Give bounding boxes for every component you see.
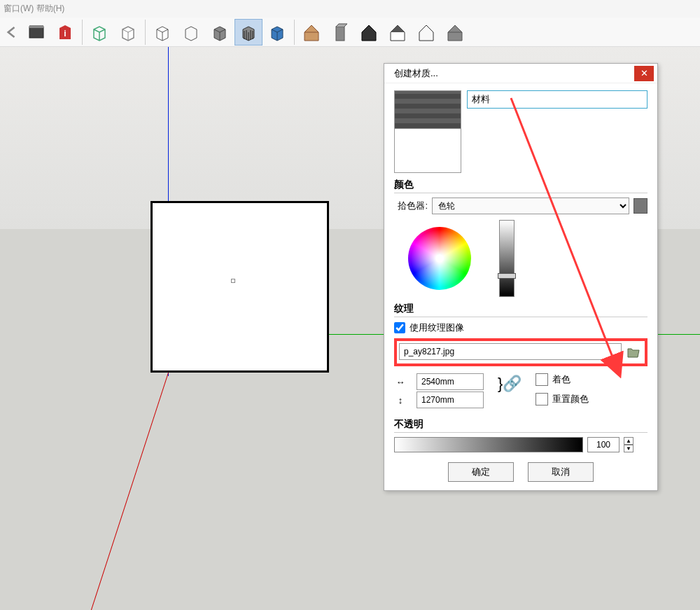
material-name-input[interactable] xyxy=(467,90,648,109)
use-texture-checkbox[interactable] xyxy=(394,322,405,333)
texture-section-header: 纹理 xyxy=(394,303,648,317)
model-face[interactable] xyxy=(150,201,329,373)
width-icon: ↔ xyxy=(394,377,407,387)
box-stripe-icon[interactable] xyxy=(234,19,262,46)
house-color-icon[interactable] xyxy=(298,19,326,46)
box3-icon[interactable] xyxy=(206,19,234,46)
texture-file-input[interactable] xyxy=(399,343,622,360)
info-icon[interactable]: i xyxy=(51,19,79,46)
close-button[interactable]: ✕ xyxy=(634,66,654,81)
dialog-title: 创建材质... xyxy=(394,67,438,80)
house-roof-icon[interactable] xyxy=(384,19,412,46)
material-preview xyxy=(394,90,461,173)
menu-text[interactable]: 窗口(W) 帮助(H) xyxy=(4,3,64,15)
opacity-slider[interactable] xyxy=(394,437,583,452)
texture-file-row xyxy=(394,338,648,366)
menu-bar: 窗口(W) 帮助(H) xyxy=(0,0,700,18)
link-dims-icon[interactable]: }🔗 xyxy=(498,372,522,393)
box2-icon[interactable] xyxy=(177,19,205,46)
svg-rect-1 xyxy=(29,25,43,28)
cube-open-icon[interactable] xyxy=(114,19,142,46)
svg-text:i: i xyxy=(64,29,66,39)
box1-icon[interactable] xyxy=(148,19,176,46)
browse-button[interactable] xyxy=(624,343,643,361)
height-icon: ↕ xyxy=(394,395,407,405)
house-flat-icon[interactable] xyxy=(441,19,469,46)
opacity-section-header: 不透明 xyxy=(394,418,648,433)
svg-rect-0 xyxy=(29,27,43,38)
file-icon[interactable] xyxy=(22,19,50,46)
undo-button[interactable] xyxy=(2,19,22,46)
use-texture-label: 使用纹理图像 xyxy=(410,321,464,334)
opacity-input[interactable] xyxy=(587,437,620,452)
texture-width-input[interactable] xyxy=(416,373,484,390)
cancel-button[interactable]: 取消 xyxy=(528,462,594,482)
opacity-spinner[interactable]: ▲▼ xyxy=(624,437,634,452)
color-wheel[interactable] xyxy=(408,227,471,290)
house-bw-icon[interactable] xyxy=(355,19,383,46)
ok-button[interactable]: 确定 xyxy=(448,462,514,482)
house-line-icon[interactable] xyxy=(412,19,440,46)
reset-color-label: 重置颜色 xyxy=(552,393,589,405)
create-material-dialog: 创建材质... ✕ 颜色 拾色器: 色轮 纹理 使用纹理图像 xyxy=(384,63,658,491)
current-color-swatch[interactable] xyxy=(634,198,648,214)
picker-select[interactable]: 色轮 xyxy=(432,197,629,214)
toolbar: i xyxy=(0,18,700,47)
reset-color-swatch[interactable] xyxy=(536,393,548,405)
building-icon[interactable] xyxy=(326,19,354,46)
colorize-checkbox[interactable] xyxy=(536,373,548,386)
color-section-header: 颜色 xyxy=(394,179,648,193)
texture-height-input[interactable] xyxy=(416,391,484,408)
value-slider[interactable] xyxy=(499,220,514,297)
colorize-label: 着色 xyxy=(552,373,570,386)
cube-wire-icon[interactable] xyxy=(85,19,113,46)
picker-label: 拾色器: xyxy=(394,200,428,212)
box-blue-icon[interactable] xyxy=(263,19,291,46)
svg-rect-3 xyxy=(336,27,344,41)
